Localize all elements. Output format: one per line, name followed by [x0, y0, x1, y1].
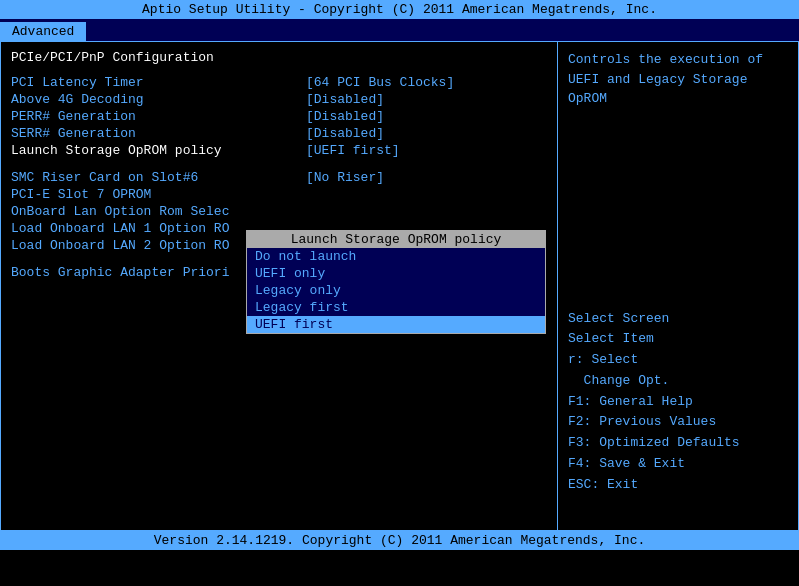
- row-4g-decoding: Above 4G Decoding [Disabled]: [11, 92, 547, 107]
- top-bar-text: Aptio Setup Utility - Copyright (C) 2011…: [142, 2, 657, 17]
- value-4g-decoding: [Disabled]: [306, 92, 384, 107]
- help-text: Controls the execution of UEFI and Legac…: [568, 50, 788, 109]
- value-launch-storage: [UEFI first]: [306, 143, 400, 158]
- value-smc-riser: [No Riser]: [306, 170, 384, 185]
- left-panel: PCIe/PCI/PnP Configuration PCI Latency T…: [1, 42, 558, 530]
- key-select: r: Select: [568, 350, 788, 371]
- value-perr: [Disabled]: [306, 109, 384, 124]
- value-serr: [Disabled]: [306, 126, 384, 141]
- bottom-bar-text: Version 2.14.1219. Copyright (C) 2011 Am…: [154, 533, 645, 548]
- label-launch-storage: Launch Storage OpROM policy: [11, 143, 306, 158]
- key-esc: ESC: Exit: [568, 475, 788, 496]
- right-panel: Controls the execution of UEFI and Legac…: [558, 42, 798, 530]
- key-change-opt: Change Opt.: [568, 371, 788, 392]
- row-perr: PERR# Generation [Disabled]: [11, 109, 547, 124]
- bottom-bar: Version 2.14.1219. Copyright (C) 2011 Am…: [0, 531, 799, 550]
- row-serr: SERR# Generation [Disabled]: [11, 126, 547, 141]
- key-select-item: Select Item: [568, 329, 788, 350]
- key-f2: F2: Previous Values: [568, 412, 788, 433]
- label-smc-riser: SMC Riser Card on Slot#6: [11, 170, 306, 185]
- dropdown-menu[interactable]: Launch Storage OpROM policy Do not launc…: [246, 230, 546, 334]
- label-perr: PERR# Generation: [11, 109, 306, 124]
- row-onboard-lan: OnBoard Lan Option Rom Selec: [11, 204, 547, 219]
- dropdown-item-do-not-launch[interactable]: Do not launch: [247, 248, 545, 265]
- label-pcie-slot7: PCI-E Slot 7 OPROM: [11, 187, 306, 202]
- key-f1: F1: General Help: [568, 392, 788, 413]
- key-f3: F3: Optimized Defaults: [568, 433, 788, 454]
- row-smc-riser: SMC Riser Card on Slot#6 [No Riser]: [11, 170, 547, 185]
- key-select-screen: Select Screen: [568, 309, 788, 330]
- main-area: PCIe/PCI/PnP Configuration PCI Latency T…: [0, 41, 799, 531]
- top-bar: Aptio Setup Utility - Copyright (C) 2011…: [0, 0, 799, 19]
- value-pci-latency: [64 PCI Bus Clocks]: [306, 75, 454, 90]
- row-pcie-slot7: PCI-E Slot 7 OPROM: [11, 187, 547, 202]
- tab-bar: Advanced: [0, 19, 799, 41]
- label-serr: SERR# Generation: [11, 126, 306, 141]
- dropdown-item-legacy-first[interactable]: Legacy first: [247, 299, 545, 316]
- key-help: Select Screen Select Item r: Select Chan…: [568, 309, 788, 496]
- row-pci-latency: PCI Latency Timer [64 PCI Bus Clocks]: [11, 75, 547, 90]
- key-f4: F4: Save & Exit: [568, 454, 788, 475]
- dropdown-title: Launch Storage OpROM policy: [247, 231, 545, 248]
- label-4g-decoding: Above 4G Decoding: [11, 92, 306, 107]
- advanced-tab[interactable]: Advanced: [0, 22, 86, 41]
- row-launch-storage[interactable]: Launch Storage OpROM policy [UEFI first]: [11, 143, 547, 158]
- label-onboard-lan: OnBoard Lan Option Rom Selec: [11, 204, 306, 219]
- dropdown-item-legacy-only[interactable]: Legacy only: [247, 282, 545, 299]
- label-pci-latency: PCI Latency Timer: [11, 75, 306, 90]
- dropdown-item-uefi-only[interactable]: UEFI only: [247, 265, 545, 282]
- dropdown-item-uefi-first[interactable]: UEFI first: [247, 316, 545, 333]
- section-title: PCIe/PCI/PnP Configuration: [11, 50, 547, 65]
